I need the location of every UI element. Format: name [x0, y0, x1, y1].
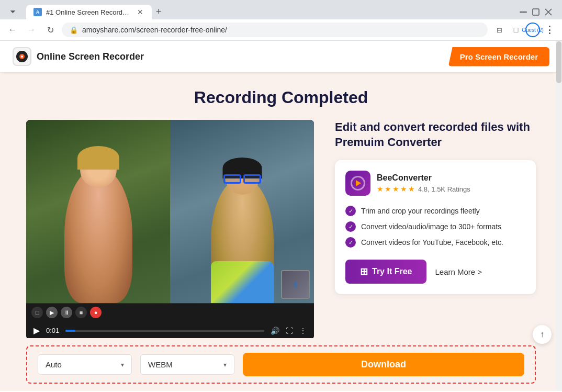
promo-card-header: BeeConverter ★ ★ ★ ★ ★ 4.8, 1.5K Ratings — [345, 171, 525, 196]
video-screen: 👤 — [26, 120, 314, 303]
logo-area: Online Screen Recorder — [13, 47, 144, 66]
star-2: ★ — [385, 185, 391, 193]
star-5: ★ — [408, 185, 415, 193]
tab-list-btn[interactable]: ⏷ — [5, 5, 20, 19]
tab-title: #1 Online Screen Recorder - — [46, 8, 132, 16]
star-rating: ★ ★ ★ ★ ★ 4.8, 1.5K Ratings — [377, 185, 470, 193]
video-controls: ▶ 0:01 🔊 ⛶ ⋮ — [26, 321, 314, 340]
right-panel: Edit and convert recorded files with Pre… — [335, 120, 536, 340]
app-icon — [345, 171, 370, 196]
try-it-free-btn[interactable]: ⊞ Try It Free — [345, 260, 426, 284]
feature-text-2: Convert video/audio/image to 300+ format… — [361, 222, 501, 231]
main-area: Recording Completed — [0, 72, 562, 340]
feature-item-3: ✓ Convert videos for YouTube, Facebook, … — [345, 234, 525, 250]
extensions-btn[interactable]: □ — [509, 23, 523, 37]
back-btn[interactable]: ← — [5, 23, 20, 37]
browser-menu-btn[interactable]: ⋮ — [542, 23, 557, 37]
active-tab[interactable]: A #1 Online Screen Recorder - ✕ — [26, 5, 152, 19]
feature-list: ✓ Trim and crop your recordings fleetly … — [345, 203, 525, 250]
ctrl-stop-btn[interactable]: ■ — [75, 307, 87, 318]
close-btn[interactable] — [544, 8, 553, 16]
star-4: ★ — [400, 185, 407, 193]
reload-btn[interactable]: ↻ — [43, 23, 58, 37]
nav-bar: ← → ↻ 🔒 amoyshare.com/screen-recorder-fr… — [0, 19, 562, 41]
windows-icon: ⊞ — [360, 266, 368, 277]
maximize-btn[interactable] — [532, 8, 540, 16]
star-1: ★ — [377, 185, 384, 193]
url-text: amoyshare.com/screen-recorder-free-onlin… — [82, 26, 480, 34]
app-icon-inner — [351, 176, 365, 191]
rating-text: 4.8, 1.5K Ratings — [418, 185, 470, 193]
cta-row: ⊞ Try It Free Learn More > — [345, 260, 525, 284]
toolbar-controls: □ ▶ ⏸ ■ ● — [26, 303, 314, 321]
bookmark-btn[interactable]: ⊟ — [492, 23, 507, 37]
ctrl-play-btn[interactable]: ▶ — [46, 307, 58, 318]
download-bar: Auto ▾ WEBM ▾ Download — [0, 338, 562, 391]
video-right-half: 👤 — [170, 120, 314, 303]
promo-title: Edit and convert recorded files with Pre… — [335, 120, 536, 150]
fullscreen-icon[interactable]: ⛶ — [286, 327, 293, 335]
format-auto-arrow: ▾ — [121, 361, 124, 368]
nav-actions: ⊟ □ Guest (2) ⋮ — [492, 23, 557, 37]
tab-favicon: A — [33, 8, 42, 16]
lock-icon: 🔒 — [70, 26, 78, 34]
scrollbar-thumb[interactable] — [556, 41, 561, 83]
webcam-overlay: 👤 — [281, 270, 310, 299]
more-options-icon[interactable]: ⋮ — [299, 327, 307, 335]
video-player: 👤 □ ▶ ⏸ ■ ● ▶ 0:01 — [26, 120, 314, 340]
format-webm-arrow: ▾ — [223, 361, 227, 368]
tab-bar: A #1 Online Screen Recorder - ✕ + — [26, 4, 166, 19]
ctrl-rec-btn[interactable]: ● — [90, 307, 102, 318]
profile-label: Guest (2) — [522, 27, 544, 33]
site-header: Online Screen Recorder Pro Screen Record… — [0, 41, 562, 72]
download-container: Auto ▾ WEBM ▾ Download — [26, 345, 536, 384]
content-grid: 👤 □ ▶ ⏸ ■ ● ▶ 0:01 — [26, 120, 536, 340]
logo-dot — [19, 54, 25, 59]
progress-fill — [65, 330, 75, 332]
check-icon-3: ✓ — [345, 237, 356, 248]
logo-inner — [16, 51, 28, 62]
app-info: BeeConverter ★ ★ ★ ★ ★ 4.8, 1.5K Ratings — [377, 173, 470, 193]
feature-text-1: Trim and crop your recordings fleetly — [361, 207, 480, 215]
format-webm-dropdown[interactable]: WEBM ▾ — [140, 354, 234, 375]
minimize-btn[interactable] — [519, 8, 527, 16]
address-bar[interactable]: 🔒 amoyshare.com/screen-recorder-free-onl… — [62, 23, 488, 37]
title-bar: ⏷ A #1 Online Screen Recorder - ✕ + — [0, 0, 562, 19]
feature-item-1: ✓ Trim and crop your recordings fleetly — [345, 203, 525, 219]
download-btn[interactable]: Download — [243, 353, 524, 376]
scroll-to-top-btn[interactable]: ↑ — [533, 325, 552, 344]
try-btn-label: Try It Free — [372, 267, 412, 276]
page-content: Online Screen Recorder Pro Screen Record… — [0, 41, 562, 391]
video-left-half — [26, 120, 170, 303]
app-name: BeeConverter — [377, 173, 470, 183]
format-auto-label: Auto — [46, 360, 62, 369]
tab-close-btn[interactable]: ✕ — [136, 8, 144, 16]
svg-rect-1 — [533, 9, 539, 15]
learn-more-link[interactable]: Learn More > — [435, 267, 482, 276]
page-title: Recording Completed — [26, 88, 536, 107]
new-tab-btn[interactable]: + — [152, 4, 166, 19]
format-auto-dropdown[interactable]: Auto ▾ — [38, 354, 132, 375]
ctrl-pause-btn[interactable]: ⏸ — [61, 307, 72, 318]
ctrl-square-btn[interactable]: □ — [31, 307, 43, 318]
format-webm-label: WEBM — [148, 360, 173, 369]
play-triangle-icon — [356, 180, 361, 186]
svg-rect-0 — [520, 12, 527, 13]
browser-frame: ⏷ A #1 Online Screen Recorder - ✕ + — [0, 0, 562, 41]
promo-card: BeeConverter ★ ★ ★ ★ ★ 4.8, 1.5K Ratings — [335, 160, 536, 294]
forward-btn[interactable]: → — [24, 23, 39, 37]
profile-btn[interactable]: Guest (2) — [525, 23, 540, 37]
feature-text-3: Convert videos for YouTube, Facebook, et… — [361, 238, 503, 247]
pro-screen-recorder-btn[interactable]: Pro Screen Recorder — [448, 47, 549, 66]
scrollbar[interactable] — [556, 41, 562, 391]
feature-item-2: ✓ Convert video/audio/image to 300+ form… — [345, 219, 525, 234]
play-icon[interactable]: ▶ — [33, 326, 40, 335]
check-icon-2: ✓ — [345, 221, 356, 232]
star-3: ★ — [392, 185, 399, 193]
progress-bar[interactable] — [65, 330, 264, 332]
time-display: 0:01 — [46, 327, 59, 334]
check-icon-1: ✓ — [345, 206, 356, 216]
logo-text: Online Screen Recorder — [37, 51, 144, 62]
volume-icon[interactable]: 🔊 — [271, 327, 279, 335]
logo-icon — [13, 47, 31, 66]
